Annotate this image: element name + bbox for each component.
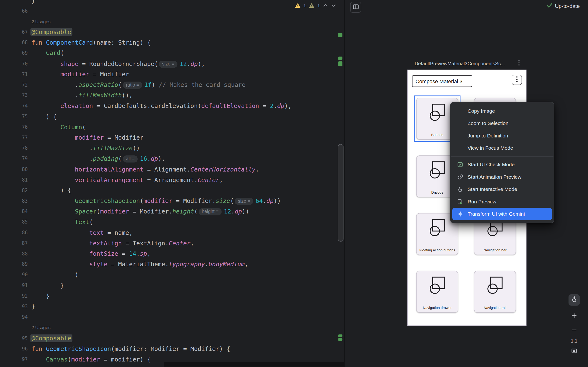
code-line[interactable]: 92 } <box>0 291 344 301</box>
code-line[interactable]: 74 elevation = CardDefaults.cardElevatio… <box>0 101 344 112</box>
code-token: ( <box>140 197 143 205</box>
code-token: . <box>32 155 93 162</box>
code-line[interactable]: } <box>0 0 344 6</box>
fit-to-window-button[interactable] <box>569 346 580 357</box>
parameter-inlay-hint[interactable]: all = <box>123 155 138 163</box>
code-line[interactable]: 91 } <box>0 280 344 291</box>
zoom-reset-button[interactable]: 1:1 <box>567 338 581 344</box>
preview-layout-button[interactable] <box>350 2 361 13</box>
code-line[interactable]: 88 fontSize = 14.sp, <box>0 249 344 259</box>
code-line[interactable]: 73 .fillMaxWidth(), <box>0 91 344 101</box>
code-token: Column <box>60 124 82 131</box>
code-token: fillMaxWidth <box>78 92 122 99</box>
preview-card-navigation-drawer[interactable]: Navigation drawer <box>416 271 458 313</box>
code-line[interactable]: 95@Composable <box>0 333 344 344</box>
code-token: aspectRatio <box>78 81 118 89</box>
menu-item-zoom-to-selection[interactable]: Zoom to Selection <box>450 117 554 130</box>
code-line[interactable]: 76 Column( <box>0 122 344 133</box>
code-token: horizontalAlignment <box>75 166 144 173</box>
code-line[interactable]: 75 ) { <box>0 112 344 122</box>
next-problem-button[interactable] <box>331 2 337 8</box>
horizontal-scrollbar[interactable] <box>164 362 344 367</box>
code-text: ) { <box>32 112 57 122</box>
pan-tool-button[interactable] <box>569 294 580 306</box>
code-line[interactable]: 68fun ComponentCard(name: String) { <box>0 38 344 48</box>
code-line[interactable]: 96fun GeometricShapeIcon(modifier: Modif… <box>0 344 344 354</box>
check-icon <box>547 3 552 9</box>
code-line[interactable]: 67@Composable <box>0 27 344 38</box>
code-token: text <box>89 229 104 236</box>
fit-screen-icon <box>571 348 577 355</box>
code-editor[interactable]: }662 Usages67@Composable68fun ComponentC… <box>0 0 344 367</box>
menu-item-label: Zoom to Selection <box>450 121 509 126</box>
previous-problem-button[interactable] <box>323 2 328 8</box>
code-line[interactable]: 71 modifier = Modifier <box>0 69 344 80</box>
usages-hint[interactable]: 2 Usages <box>32 323 51 333</box>
code-line[interactable]: 83 GeometricShapeIcon(modifier = Modifie… <box>0 196 344 207</box>
menu-item-start-interactive-mode[interactable]: Start Interactive Mode <box>450 183 554 195</box>
code-token: (name: String) { <box>93 39 151 46</box>
usages-hint-row[interactable]: 2 Usages <box>0 16 344 27</box>
layout-grid-icon <box>352 3 359 11</box>
usages-hint[interactable]: 2 Usages <box>32 16 51 27</box>
menu-item-view-in-focus-mode[interactable]: View in Focus Mode <box>450 142 554 154</box>
code-line[interactable]: 77 modifier = Modifier <box>0 133 344 143</box>
code-token: . <box>231 208 235 215</box>
code-line[interactable]: 70 shape = RoundedCornerShape(size =12.d… <box>0 59 344 69</box>
code-line[interactable]: 94 <box>0 312 344 323</box>
parameter-inlay-hint[interactable]: size = <box>159 60 178 68</box>
editor-scrollbar[interactable] <box>338 144 344 242</box>
code-line[interactable]: 93} <box>0 301 344 312</box>
code-line[interactable]: 84 Spacer(modifier = Modifier.height(hei… <box>0 207 344 217</box>
code-line[interactable]: 85 Text( <box>0 217 344 228</box>
line-number: 84 <box>0 207 32 217</box>
line-number: 94 <box>0 312 32 323</box>
app-menu-button[interactable] <box>512 75 522 85</box>
parameter-inlay-hint[interactable]: ratio = <box>123 82 142 89</box>
code-token: ) { <box>32 187 71 194</box>
menu-item-jump-to-definition[interactable]: Jump to Definition <box>450 130 554 142</box>
parameter-inlay-hint[interactable]: height = <box>199 208 222 215</box>
code-pane[interactable]: }662 Usages67@Composable68fun ComponentC… <box>0 0 344 365</box>
code-line[interactable]: 81 verticalArrangement = Arrangement.Cen… <box>0 175 344 185</box>
code-text: text = name, <box>32 228 133 238</box>
card-label: Navigation bar <box>474 248 516 252</box>
code-line[interactable]: 90 ) <box>0 270 344 280</box>
usages-hint-row[interactable]: 2 Usages <box>0 323 344 333</box>
code-line[interactable]: 82 ) { <box>0 185 344 196</box>
code-line[interactable]: 87 textAlign = TextAlign.Center, <box>0 238 344 249</box>
code-token: = Alignment. <box>143 166 190 173</box>
menu-item-transform-ui-with-gemini[interactable]: Transform UI with Gemini <box>452 208 552 220</box>
zoom-in-button[interactable] <box>569 311 580 322</box>
menu-item-copy-image[interactable]: Copy Image <box>450 105 554 117</box>
app-title-field[interactable]: Compose Material 3 <box>412 75 472 87</box>
code-token: ), <box>158 155 165 162</box>
line-number: 86 <box>0 228 32 238</box>
code-line[interactable]: 86 text = name, <box>0 228 344 238</box>
code-text: modifier = Modifier <box>32 69 129 80</box>
code-line[interactable]: 78 .fillMaxSize() <box>0 143 344 154</box>
code-token: . <box>263 197 266 205</box>
parameter-inlay-hint[interactable]: size = <box>235 198 253 205</box>
code-line[interactable]: 72 .aspectRatio(ratio =1f) // Makes the … <box>0 80 344 91</box>
geometric-shape-icon <box>426 276 448 296</box>
menu-item-start-ui-check-mode[interactable]: Start UI Check Mode <box>450 158 554 171</box>
preview-card-navigation-rail[interactable]: Navigation rail <box>474 271 516 313</box>
code-line[interactable]: 80 horizontalAlignment = Alignment.Cente… <box>0 164 344 175</box>
code-token: , <box>219 176 223 184</box>
code-token: . <box>32 92 78 99</box>
code-token: (modifier: Modifier = Modifier) { <box>111 345 230 352</box>
code-token: Canvas <box>46 356 68 363</box>
code-line[interactable]: 79 .padding(all =16.dp), <box>0 154 344 164</box>
menu-item-run-preview[interactable]: Run Preview <box>450 195 554 208</box>
zoom-out-button[interactable] <box>569 324 580 335</box>
menu-item-start-animation-preview[interactable]: Start Animation Preview <box>450 171 554 183</box>
preview-options-button[interactable] <box>515 59 523 68</box>
code-token: fontSize <box>89 250 118 257</box>
code-line[interactable]: 69 Card( <box>0 48 344 59</box>
warning-count: 1 <box>303 2 306 8</box>
code-line[interactable]: 66 <box>0 6 344 16</box>
code-line[interactable]: 89 style = MaterialTheme.typography.body… <box>0 259 344 270</box>
inspections-widget[interactable]: 1 1 <box>295 1 337 9</box>
code-text: modifier = Modifier <box>32 133 143 143</box>
